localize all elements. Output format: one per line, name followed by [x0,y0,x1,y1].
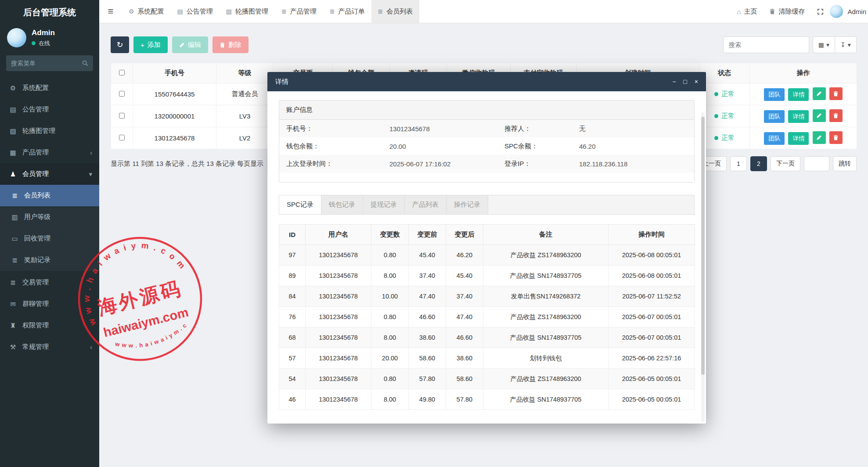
record-row: 54130123456780.8057.8058.60产品收益 ZS174896… [279,369,695,389]
field-row: 钱包余额： 20.00 SPC余额： 46.20 [279,137,694,155]
modal-scrollbar-track[interactable] [701,112,705,422]
sidebar-item-announcements[interactable]: ▤ 公告管理 [0,99,99,120]
tab-banner-management[interactable]: ▧ 轮播图管理 [220,0,275,23]
file-icon: ▤ [177,8,183,15]
tab-spc-records[interactable]: SPC记录 [279,195,321,214]
minimize-icon[interactable]: − [672,78,676,85]
cell-status: 正常 [699,105,750,127]
delete-row-button[interactable] [829,109,843,122]
sidebar-item-system-config[interactable]: ⚙ 系统配置 [0,77,99,99]
sidebar-item-recycle-management[interactable]: ▭ 回收管理 [0,228,99,249]
table-tool-buttons: ▦ ▾ ↧ ▾ [813,36,857,53]
sidebar-item-reward-records[interactable]: ≣ 奖励记录 [0,249,99,271]
row-checkbox[interactable] [119,135,125,140]
home-link[interactable]: ⌂ 主页 [731,0,763,23]
sidebar-item-product-management[interactable]: ▦ 产品管理 ‹ [0,142,99,163]
edit-row-button[interactable] [813,109,826,122]
menu-search-input[interactable] [11,60,82,67]
tab-label: 系统配置 [138,7,164,16]
edit-row-button[interactable] [813,131,826,144]
delete-row-button[interactable] [829,131,843,144]
tab-product-management[interactable]: ≣ 产品管理 [275,0,323,23]
jump-button[interactable]: 跳转 [833,156,857,171]
cell-id: 97 [279,245,306,266]
modal-scrollbar-thumb[interactable] [701,117,705,375]
edit-row-button[interactable] [813,87,826,100]
search-icon[interactable] [82,60,88,66]
checkbox-cell [111,105,133,127]
tab-wallet-records[interactable]: 钱包记录 [321,195,363,214]
table-search-input[interactable] [723,36,809,53]
tab-label: 公告管理 [187,7,213,16]
tab-announcements[interactable]: ▤ 公告管理 [171,0,220,23]
sidebar-item-trade-management[interactable]: ≣ 交易管理 [0,272,99,293]
team-button[interactable]: 团队 [764,88,785,101]
status-dot-icon [714,114,718,118]
tab-withdraw-records[interactable]: 提现记录 [363,195,405,214]
sidebar-item-group-chat-management[interactable]: ✉ 群聊管理 [0,293,99,315]
cell-username: 13012345678 [306,266,371,286]
sidebar-item-permission-management[interactable]: ♜ 权限管理 [0,315,99,336]
columns-toggle-button[interactable]: ▦ ▾ [813,36,835,53]
cell-phone: 15507644435 [133,83,216,105]
sidebar-item-user-levels[interactable]: ▥ 用户等级 [0,206,99,228]
next-page-button[interactable]: 下一页 [771,156,800,171]
col-level: 等级 [216,63,274,83]
clear-cache-link[interactable]: 清除缓存 [763,0,811,23]
cell-after: 46.60 [446,327,483,348]
topnav-avatar[interactable] [830,5,843,18]
chat-icon: ✉ [9,300,17,308]
col-operate-time: 操作时间 [609,225,695,245]
page-2-button[interactable]: 2 [750,156,767,171]
sidebar-item-member-management[interactable]: ♟ 会员管理 ▾ [0,163,99,185]
team-button[interactable]: 团队 [764,132,785,145]
cell-operate-time: 2025-06-08 00:05:01 [609,245,695,266]
team-button[interactable]: 团队 [764,110,785,123]
tab-member-list[interactable]: ≣ 会员列表 [371,0,420,23]
hamburger-icon[interactable]: ≡ [99,0,122,23]
detail-button[interactable]: 详情 [788,110,809,123]
select-all-checkbox[interactable] [119,70,125,75]
delete-row-button[interactable] [829,87,843,100]
row-checkbox[interactable] [119,91,125,97]
cell-after: 38.60 [446,348,483,369]
caret-down-icon: ▾ [826,41,829,48]
refresh-button[interactable]: ↻ [111,36,129,53]
cell-before: 57.80 [409,369,446,389]
detail-button[interactable]: 详情 [788,88,809,101]
detail-button[interactable]: 详情 [788,132,809,145]
pencil-icon [816,113,822,119]
expand-icon [817,8,824,15]
app-title: 后台管理系统 [0,0,99,25]
modal-header[interactable]: 详情 − □ × [267,72,706,91]
sidebar-item-general-management[interactable]: ⚒ 常规管理 ‹ [0,336,99,358]
checkbox-cell [111,83,133,105]
tab-product-list[interactable]: 产品列表 [405,195,447,214]
pagination: 上一页 1 2 下一页 跳转 [697,156,857,171]
tab-operation-records[interactable]: 操作记录 [447,195,488,214]
row-checkbox[interactable] [119,113,125,119]
add-button[interactable]: + 添加 [133,36,168,53]
col-actions: 操作 [750,63,857,83]
delete-button[interactable]: 删除 [212,36,249,53]
edit-button[interactable]: 编辑 [172,36,208,53]
list-icon: ≣ [9,279,17,287]
cell-remark: 产品收益 SN1748937705 [483,266,609,286]
maximize-icon[interactable]: □ [683,78,687,85]
sidebar-item-label: 公告管理 [22,105,49,114]
tab-system-config[interactable]: ⚙ 系统配置 [122,0,171,23]
user-name: Admin [32,29,55,37]
cell-status: 正常 [699,83,750,105]
topnav-user-name[interactable]: Admin [843,0,868,23]
sidebar-item-member-list[interactable]: ≣ 会员列表 [0,185,99,206]
detail-modal: 详情 − □ × 账户信息 手机号： 13012345678 推荐人： 无 [267,72,706,424]
close-icon[interactable]: × [695,78,698,85]
sidebar-item-banner-management[interactable]: ▧ 轮播图管理 [0,120,99,142]
page-1-button[interactable]: 1 [730,156,747,171]
export-button[interactable]: ↧ ▾ [835,36,857,53]
tab-product-orders[interactable]: ≣ 产品订单 [323,0,371,23]
field-label-wallet-balance: 钱包余额： [286,142,389,151]
user-avatar[interactable] [7,28,26,47]
page-jump-input[interactable] [804,156,829,171]
fullscreen-button[interactable] [811,0,830,23]
